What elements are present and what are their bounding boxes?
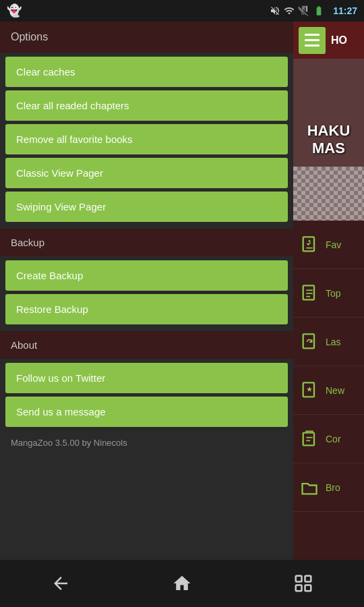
swiping-view-button[interactable]: Swiping View Pager [5,192,288,222]
book-title: HAKU MAS [304,119,354,161]
send-message-button[interactable]: Send us a message [5,397,288,427]
svg-rect-11 [305,576,311,582]
follow-twitter-button[interactable]: Follow us on Twitter [5,363,288,393]
status-bar: 👻 11:27 [0,0,364,22]
nav-bar [0,560,364,607]
clear-chapters-button[interactable]: Clear all readed chapters [5,90,288,121]
cor-menu-item[interactable]: Cor [293,415,364,463]
cover-pattern [293,167,364,221]
svg-rect-13 [305,585,311,591]
svg-rect-10 [296,576,302,582]
backup-header: Backup [0,229,293,256]
status-left-icons: 👻 [7,3,22,18]
version-text: MangaZoo 3.5.00 by Ninecols [0,431,293,455]
home-button[interactable] [162,567,202,600]
top-menu-item[interactable]: Top [293,269,364,318]
bro-label: Bro [326,482,340,493]
bar3 [305,45,320,47]
latest-menu-item[interactable]: Las [293,318,364,366]
right-panel: HO HAKU MAS Fav [293,22,364,607]
bar2 [305,39,320,41]
ghost-icon: 👻 [7,3,22,18]
cor-icon [299,428,320,450]
hamburger-button[interactable] [299,27,326,54]
top-label: Top [326,288,341,299]
options-label: Options [11,31,48,42]
right-menu-items: Fav Top [293,221,364,607]
book-cover: HAKU MAS [293,59,364,221]
backup-list: Create Backup Restore Backup [0,256,293,328]
classic-view-button[interactable]: Classic View Pager [5,158,288,188]
options-header: Options [0,22,293,53]
favorites-label: Fav [326,239,341,250]
options-list: Clear caches Clear all readed chapters R… [0,53,293,226]
battery-icon [312,5,326,16]
new-menu-item[interactable]: New [293,366,364,415]
latest-icon [299,331,320,353]
about-header: About [0,331,293,359]
home-icon [172,573,192,594]
new-icon [299,380,320,401]
new-label: New [326,385,344,396]
svg-rect-12 [296,585,302,591]
topbar-text: HO [331,34,347,47]
main-layout: Options Clear caches Clear all readed ch… [0,22,364,607]
cor-label: Cor [326,434,341,444]
wifi-icon [284,5,295,16]
remove-favorites-button[interactable]: Remove all favorite books [5,124,288,154]
clock-time: 11:27 [333,5,357,16]
create-backup-button[interactable]: Create Backup [5,260,288,291]
drawer-panel: Options Clear caches Clear all readed ch… [0,22,293,581]
about-list: Follow us on Twitter Send us a message [0,359,293,431]
bro-icon [299,477,320,498]
signal-icon [298,5,309,16]
right-topbar: HO [293,22,364,59]
svg-rect-5 [303,334,314,348]
back-button[interactable] [40,567,81,600]
svg-rect-7 [303,432,314,445]
bar1 [305,34,320,36]
recent-icon [293,573,313,594]
restore-backup-button[interactable]: Restore Backup [5,294,288,324]
bro-menu-item[interactable]: Bro [293,463,364,512]
status-right-icons: 11:27 [270,5,357,16]
back-icon [51,573,71,594]
mute-icon [270,5,280,16]
clear-caches-button[interactable]: Clear caches [5,57,288,87]
svg-rect-1 [303,285,314,299]
recent-button[interactable] [283,567,324,600]
favorites-menu-item[interactable]: Fav [293,221,364,269]
favorites-icon [299,234,320,256]
top-icon [299,283,320,304]
latest-label: Las [326,337,341,347]
